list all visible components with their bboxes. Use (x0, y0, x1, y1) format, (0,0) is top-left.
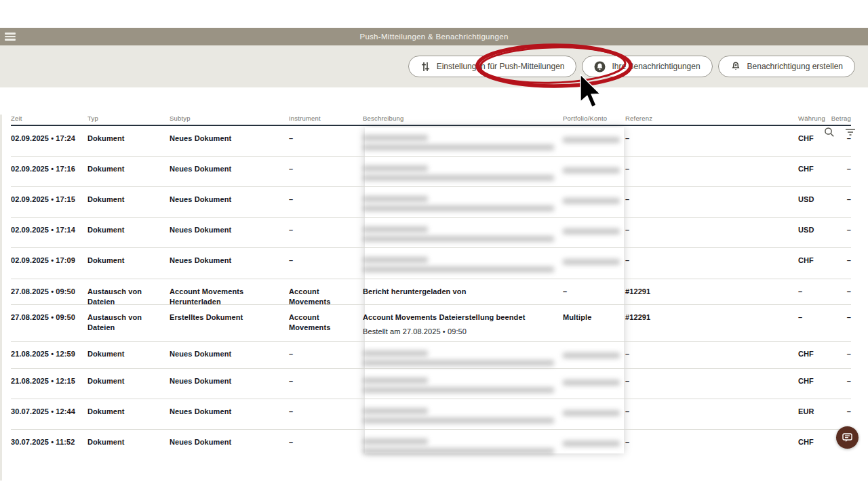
cell-waehrung: EUR (798, 399, 831, 417)
cell-zeit: 30.07.2025 • 12:44 (11, 399, 87, 417)
cell-typ: Dokument (87, 430, 170, 447)
redacted-text-blur (363, 407, 563, 424)
table-body: 02.09.2025 • 17:24DokumentNeues Dokument… (11, 126, 851, 462)
cell-waehrung: CHF (798, 248, 831, 266)
redacted-text-blur (563, 376, 625, 386)
cell-referenz: – (625, 248, 798, 266)
column-header: Betrag (831, 115, 851, 125)
redacted-text-blur (563, 349, 625, 359)
column-header: Zeit (11, 115, 87, 125)
redacted-text-blur (363, 195, 563, 211)
redacted-text-blur (563, 437, 625, 447)
cell-waehrung: CHF (798, 126, 831, 144)
cell-referenz: – (625, 369, 798, 386)
cell-referenz: #12291 (625, 305, 798, 323)
table-row[interactable]: 02.09.2025 • 17:24DokumentNeues Dokument… (11, 126, 851, 157)
cell-subtyp: Neues Dokument (170, 126, 289, 144)
table-row[interactable]: 21.08.2025 • 12:59DokumentNeues Dokument… (11, 342, 851, 369)
cell-portfolio: Multiple (563, 305, 625, 323)
column-header: Typ (87, 115, 170, 125)
table-row[interactable]: 27.08.2025 • 09:50Austausch von DateienA… (11, 279, 851, 305)
cell-betrag: – (831, 157, 851, 174)
cell-portfolio (563, 157, 625, 174)
table-row[interactable]: 02.09.2025 • 17:14DokumentNeues Dokument… (11, 218, 851, 248)
cell-instrument: Account Movements (289, 305, 363, 333)
cell-subtyp: Neues Dokument (170, 430, 289, 447)
hamburger-menu-icon[interactable] (3, 31, 18, 42)
cell-typ: Dokument (87, 248, 170, 266)
table-row[interactable]: 21.08.2025 • 12:15DokumentNeues Dokument… (11, 369, 851, 399)
cell-beschreibung: Bericht heruntergeladen von (363, 279, 563, 297)
redacted-text-blur (363, 164, 563, 181)
cell-portfolio (563, 342, 625, 359)
cell-betrag: – (831, 126, 851, 144)
cell-referenz: – (625, 342, 798, 359)
create-notification-label: Benachrichtigung erstellen (747, 62, 843, 71)
cell-zeit: 02.09.2025 • 17:09 (11, 248, 87, 266)
cell-subtyp: Neues Dokument (170, 369, 289, 386)
table-row[interactable]: 27.08.2025 • 09:50Austausch von DateienE… (11, 305, 851, 342)
cell-beschreibung (363, 126, 563, 150)
redacted-text-blur (363, 437, 563, 454)
cell-typ: Dokument (87, 157, 170, 174)
cell-instrument: – (289, 126, 363, 144)
cell-instrument: – (289, 248, 363, 266)
action-toolbar: Einstellungen für Push-Mitteilungen Ihre… (0, 45, 868, 87)
cell-typ: Dokument (87, 342, 170, 359)
cell-typ: Austausch von Dateien (87, 305, 170, 333)
cell-beschreibung (363, 399, 563, 424)
cell-betrag: – (831, 342, 851, 359)
cell-waehrung: CHF (798, 430, 831, 447)
content-area: ZeitTypSubtypInstrumentBeschreibungPortf… (0, 115, 868, 488)
cell-waehrung: CHF (798, 342, 831, 359)
table-row[interactable]: 30.07.2025 • 11:52DokumentNeues Dokument… (11, 430, 851, 462)
cell-subtyp: Neues Dokument (170, 157, 289, 174)
redacted-text-blur (563, 164, 625, 174)
redacted-text-blur (563, 225, 625, 235)
column-header: Subtyp (170, 115, 289, 125)
cell-typ: Dokument (87, 187, 170, 205)
create-notification-button[interactable]: Benachrichtigung erstellen (718, 56, 855, 77)
cell-instrument: – (289, 369, 363, 386)
cell-instrument: – (289, 430, 363, 447)
cell-beschreibung (363, 430, 563, 454)
cell-waehrung: – (798, 305, 831, 323)
cell-beschreibung (363, 187, 563, 211)
page-title: Push-Mitteilungen & Benachrichtigungen (359, 33, 508, 41)
cell-zeit: 21.08.2025 • 12:15 (11, 369, 87, 386)
cell-beschreibung (363, 157, 563, 181)
chat-fab-button[interactable] (836, 426, 859, 449)
cell-zeit: 27.08.2025 • 09:50 (11, 279, 87, 297)
cell-beschreibung: Account Movements Dateierstellung beende… (363, 305, 563, 337)
your-notifications-button[interactable]: Ihre Benachrichtigungen (582, 56, 712, 77)
cell-beschreibung (363, 342, 563, 366)
cell-portfolio: – (563, 279, 625, 297)
push-settings-button[interactable]: Einstellungen für Push-Mitteilungen (408, 56, 577, 77)
cell-portfolio (563, 369, 625, 386)
cell-waehrung: USD (798, 187, 831, 205)
table-row[interactable]: 02.09.2025 • 17:15DokumentNeues Dokument… (11, 187, 851, 218)
cell-portfolio (563, 126, 625, 143)
cell-zeit: 27.08.2025 • 09:50 (11, 305, 87, 323)
cell-beschreibung (363, 369, 563, 393)
cell-waehrung: USD (798, 218, 831, 235)
cell-referenz: #12291 (625, 279, 798, 297)
cell-typ: Dokument (87, 218, 170, 235)
cell-betrag: – (831, 305, 851, 323)
cell-referenz: – (625, 157, 798, 174)
table-row[interactable]: 30.07.2025 • 12:44DokumentNeues Dokument… (11, 399, 851, 430)
column-header: Währung (798, 115, 831, 125)
column-header: Instrument (289, 115, 363, 125)
cell-zeit: 02.09.2025 • 17:16 (11, 157, 87, 174)
cell-typ: Austausch von Dateien (87, 279, 170, 307)
table-row[interactable]: 02.09.2025 • 17:16DokumentNeues Dokument… (11, 157, 851, 187)
cell-typ: Dokument (87, 399, 170, 417)
cell-beschreibung (363, 218, 563, 242)
cell-instrument: Account Movements (289, 279, 363, 307)
cell-zeit: 30.07.2025 • 11:52 (11, 430, 87, 447)
table-header-row: ZeitTypSubtypInstrumentBeschreibungPortf… (11, 115, 851, 126)
table-row[interactable]: 02.09.2025 • 17:09DokumentNeues Dokument… (11, 248, 851, 279)
redacted-text-blur (363, 134, 563, 150)
cell-subtyp: Neues Dokument (170, 248, 289, 266)
sliders-icon (420, 62, 431, 72)
